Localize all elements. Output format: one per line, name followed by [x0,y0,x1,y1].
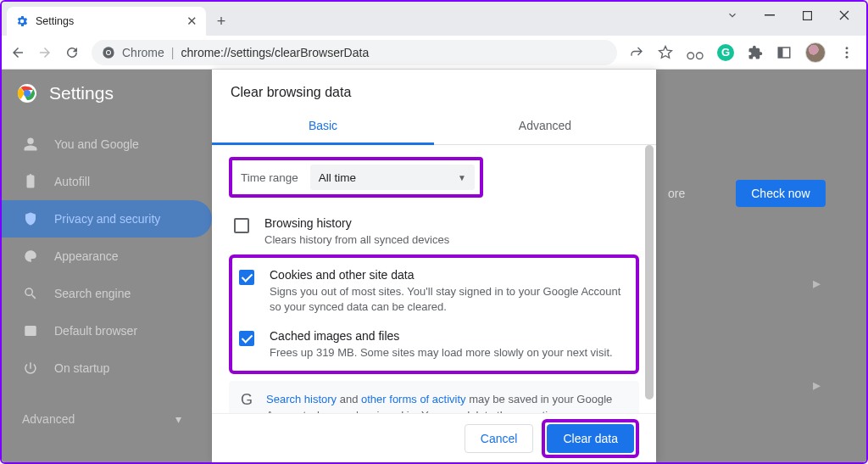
share-icon[interactable] [629,45,644,60]
time-range-select[interactable]: All time ▼ [310,165,475,190]
grammarly-icon[interactable]: G [717,44,734,61]
sidebar-item-autofill[interactable]: Autofill [2,163,212,200]
sidebar-item-appearance[interactable]: Appearance [2,238,212,275]
svg-point-11 [846,55,849,58]
extensions-icon[interactable] [748,45,763,60]
person-icon [22,137,39,152]
tab-advanced[interactable]: Advanced [434,110,656,144]
sidebar-item-search-engine[interactable]: Search engine [2,275,212,312]
forward-button[interactable] [37,45,53,60]
svg-rect-0 [765,14,775,16]
clipboard-icon [22,174,39,189]
svg-point-4 [107,51,110,54]
time-range-label: Time range [237,171,298,184]
power-icon [22,361,39,376]
address-bar[interactable]: Chrome | chrome://settings/clearBrowserD… [92,40,617,65]
profile-avatar[interactable] [805,42,826,63]
url-text: chrome://settings/clearBrowserData [181,46,369,59]
sidebar-item-default-browser[interactable]: Default browser [2,312,212,349]
dialog-tabs: Basic Advanced [212,110,656,145]
browser-icon [22,323,39,338]
close-tab-icon[interactable]: ✕ [186,14,198,29]
chrome-logo-icon [17,83,37,103]
page-title: Settings [49,83,114,103]
browser-toolbar: Chrome | chrome://settings/clearBrowserD… [2,36,866,70]
new-tab-button[interactable]: + [209,9,233,33]
window-titlebar: Settings ✕ + [2,2,866,36]
cancel-button[interactable]: Cancel [465,424,534,453]
reload-button[interactable] [64,45,80,60]
dialog-scrollbar[interactable] [644,145,654,413]
sidebar-advanced-toggle[interactable]: Advanced ▾ [2,400,212,438]
svg-point-6 [697,53,704,59]
chevron-down-icon[interactable] [714,2,751,29]
clear-data-button[interactable]: Clear data [547,424,634,453]
chevron-right-icon[interactable]: ▸ [668,360,854,411]
link-other-activity[interactable]: other forms of activity [361,393,466,405]
checkbox-cache[interactable] [239,331,254,346]
back-button[interactable] [10,45,25,60]
gear-icon [15,14,29,28]
svg-point-5 [687,53,694,59]
time-range-row: Time range All time ▼ [229,157,483,198]
link-search-history[interactable]: Search history [266,393,337,405]
browser-tab[interactable]: Settings ✕ [7,7,206,36]
chevron-right-icon[interactable]: ▸ [668,258,854,309]
minimize-button[interactable] [751,2,788,29]
checkbox-cookies[interactable] [239,270,254,285]
checkbox-history[interactable] [234,218,249,233]
page-content: Settings You and Google Autofill Privacy… [2,70,866,462]
sidepanel-icon[interactable] [776,45,792,60]
palette-icon [22,249,39,264]
search-icon [22,286,39,301]
bike-icon[interactable] [687,45,704,60]
sidebar-item-privacy[interactable]: Privacy and security [2,200,212,238]
option-browsing-history[interactable]: Browsing history Clears history from all… [229,210,639,254]
option-cookies[interactable]: Cookies and other site data Signs you ou… [234,261,634,321]
addr-prefix: Chrome [122,46,164,59]
svg-point-13 [25,91,31,97]
google-info-box: G Search history and other forms of acti… [229,381,639,413]
option-cache[interactable]: Cached images and files Frees up 319 MB.… [234,322,634,367]
chevron-down-icon: ▾ [175,412,181,426]
dialog-title: Clear browsing data [212,70,656,110]
svg-rect-8 [778,48,782,58]
close-window-button[interactable] [826,2,863,29]
svg-rect-14 [25,326,36,336]
maximize-button[interactable] [788,2,826,29]
sidebar-item-you-and-google[interactable]: You and Google [2,126,212,163]
sidebar-item-on-startup[interactable]: On startup [2,349,212,387]
svg-rect-1 [803,11,811,20]
shield-icon [22,211,39,226]
dropdown-icon: ▼ [458,173,466,182]
check-now-button[interactable]: Check now [736,180,825,207]
svg-point-9 [846,47,849,49]
tab-title: Settings [36,15,74,27]
tab-basic[interactable]: Basic [212,110,434,145]
settings-sidebar: You and Google Autofill Privacy and secu… [2,117,212,438]
google-g-icon: G [241,391,253,409]
chrome-icon [102,46,115,59]
svg-point-10 [846,51,849,53]
menu-dots-icon[interactable] [839,45,854,60]
clear-browsing-data-dialog: Clear browsing data Basic Advanced Time … [212,70,656,462]
bookmark-star-icon[interactable] [658,45,673,60]
